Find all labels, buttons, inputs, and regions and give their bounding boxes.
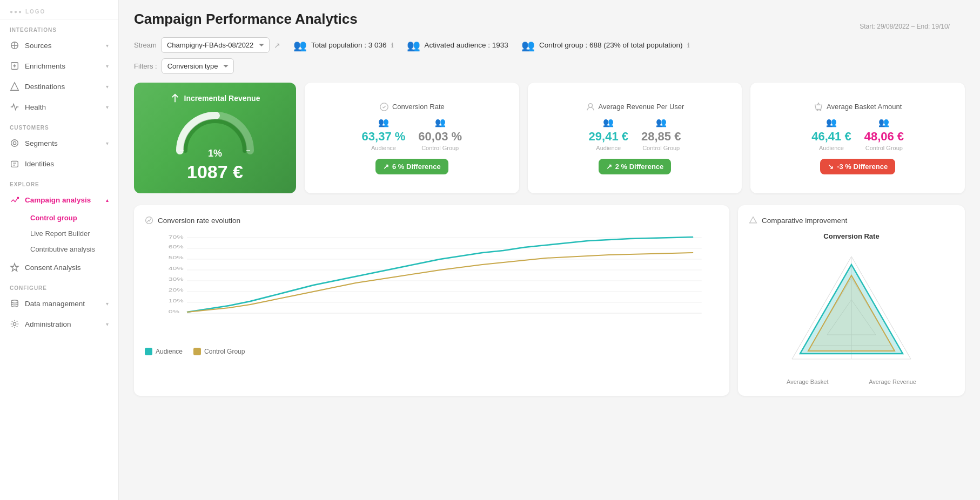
section-configure: CONFIGURE xyxy=(0,278,118,293)
avg-basket-card: Average Basket Amount 👥 46,41 € Audience… xyxy=(750,83,965,193)
revenue-icon xyxy=(170,93,180,103)
incremental-percent: 1% xyxy=(208,148,222,159)
line-chart-legend: Audience Control Group xyxy=(145,348,719,355)
line-chart-title: Conversion rate evolution xyxy=(145,216,719,225)
sidebar-item-identities[interactable]: Identities xyxy=(0,153,118,174)
avg-basket-audience: 46,41 € xyxy=(811,130,851,144)
kpi-row: Incremental Revenue 1% 1087 € Conversio xyxy=(134,83,965,193)
admin-chevron: ▾ xyxy=(106,321,109,327)
radar-title-text: Comparative improvement xyxy=(762,217,847,225)
sidebar-item-segments[interactable]: Segments ▾ xyxy=(0,133,118,153)
main-content: Campaign Performance Analytics Start: 29… xyxy=(119,0,980,500)
health-label: Health xyxy=(25,103,46,111)
total-population-info[interactable]: ℹ xyxy=(391,42,394,49)
control-sublabel: Control Group xyxy=(421,145,459,151)
svg-point-3 xyxy=(13,141,16,144)
top-bar: Campaign Performance Analytics Start: 29… xyxy=(134,11,965,28)
campaign-analysis-label: Campaign analysis xyxy=(25,196,91,204)
sidebar-item-consent[interactable]: Consent Analysis xyxy=(0,257,118,278)
total-population-stat: 👥 Total population : 3 036 ℹ xyxy=(293,39,394,52)
sidebar-item-administration[interactable]: Administration ▾ xyxy=(0,314,118,334)
consent-label: Consent Analysis xyxy=(25,263,81,272)
avg-basket-control-group: 👥 48,06 € Control Group xyxy=(864,117,904,151)
avg-basket-control-icon: 👥 xyxy=(878,117,889,127)
stream-select[interactable]: Champigny-FBAds-08/2022 xyxy=(161,37,270,53)
campaign-chevron: ▴ xyxy=(106,197,109,203)
external-link-icon[interactable]: ↗ xyxy=(274,41,280,50)
radar-metric-title: Conversion Rate xyxy=(823,232,879,240)
health-icon xyxy=(10,102,19,112)
svg-text:50%: 50% xyxy=(169,255,184,261)
sidebar-sub-control-group[interactable]: Control group xyxy=(25,210,118,226)
sidebar-item-campaign-analysis[interactable]: Campaign analysis ▴ xyxy=(0,190,118,210)
sidebar-item-health[interactable]: Health ▾ xyxy=(0,97,118,117)
sidebar-sub-contributive[interactable]: Contributive analysis xyxy=(25,241,118,257)
incremental-revenue-card: Incremental Revenue 1% 1087 € xyxy=(134,83,296,193)
filters-row-2: Filters : Conversion type xyxy=(134,58,965,74)
avg-revenue-title: Average Revenue Per User xyxy=(586,102,684,112)
conversion-audience-group: 👥 63,37 % Audience xyxy=(362,117,406,151)
sources-icon xyxy=(10,40,19,50)
sidebar-sub-live-report[interactable]: Live Report Builder xyxy=(25,226,118,241)
audience-rate: 63,37 % xyxy=(362,130,406,144)
section-customers: CUSTOMERS xyxy=(0,117,118,133)
segments-label: Segments xyxy=(25,139,58,147)
avg-basket-control: 48,06 € xyxy=(864,130,904,144)
basket-icon xyxy=(814,102,823,112)
campaign-submenu: Control group Live Report Builder Contri… xyxy=(0,210,118,257)
svg-text:40%: 40% xyxy=(169,266,184,272)
enrichments-chevron: ▾ xyxy=(106,63,109,69)
svg-point-2 xyxy=(11,140,18,147)
control-group-icon: 👥 xyxy=(521,39,535,52)
conversion-icon xyxy=(379,102,389,112)
svg-text:10%: 10% xyxy=(169,298,184,304)
stream-filter-group: Stream Champigny-FBAds-08/2022 ↗ xyxy=(134,37,280,53)
svg-marker-39 xyxy=(808,275,895,351)
campaign-icon xyxy=(10,195,19,205)
avg-basket-audience-group: 👥 46,41 € Audience xyxy=(811,117,851,151)
incremental-title: Incremental Revenue xyxy=(170,93,260,103)
legend-dot-control xyxy=(193,348,201,355)
avg-basket-diff-text: -3 % Difference xyxy=(837,163,888,171)
audience-sublabel: Audience xyxy=(371,145,396,151)
legend-audience-label: Audience xyxy=(156,348,183,355)
section-integrations: INTEGRATIONS xyxy=(0,19,118,35)
line-chart-svg: 70% 60% 50% 40% 30% 20% 10% 0% xyxy=(145,232,719,340)
conversion-diff-text: 6 % Difference xyxy=(392,163,441,171)
activated-audience-text: Activated audience : 1933 xyxy=(425,41,508,49)
avg-basket-audience-sublabel: Audience xyxy=(819,145,844,151)
up-arrow-icon: ↗ xyxy=(383,163,389,171)
conversion-type-select[interactable]: Conversion type xyxy=(162,58,234,74)
control-icon-a: 👥 xyxy=(435,117,446,127)
sidebar-item-enrichments[interactable]: Enrichments ▾ xyxy=(0,56,118,76)
radar-area: Conversion Rate xyxy=(749,232,954,385)
radar-chart-title: Comparative improvement xyxy=(749,216,954,225)
date-range: Start: 29/08/2022 – End: 19/10/ xyxy=(860,23,950,30)
sidebar-item-data-management[interactable]: Data management ▾ xyxy=(0,293,118,314)
consent-icon xyxy=(10,262,19,272)
svg-point-6 xyxy=(11,300,18,303)
segments-icon xyxy=(10,138,19,148)
revenue-per-user-icon xyxy=(586,102,595,112)
incremental-title-text: Incremental Revenue xyxy=(184,94,260,103)
sidebar: ●●● LOGO INTEGRATIONS Sources ▾ Enrichme… xyxy=(0,0,119,500)
conversion-diff-badge: ↗ 6 % Difference xyxy=(375,159,448,174)
identities-icon xyxy=(10,159,19,168)
avg-rev-control: 28,85 € xyxy=(641,130,681,144)
avg-rev-audience-sublabel: Audience xyxy=(596,145,621,151)
sidebar-item-destinations[interactable]: Destinations ▾ xyxy=(0,76,118,97)
avg-basket-title: Average Basket Amount xyxy=(814,102,902,112)
sidebar-item-sources[interactable]: Sources ▾ xyxy=(0,35,118,56)
svg-text:20%: 20% xyxy=(169,287,184,293)
legend-dot-audience xyxy=(145,348,152,355)
destinations-label: Destinations xyxy=(25,83,65,91)
svg-text:0%: 0% xyxy=(169,309,180,315)
avg-rev-audience-group: 👥 29,41 € Audience xyxy=(589,117,628,151)
control-group-info[interactable]: ℹ xyxy=(687,42,690,49)
avg-basket-audience-icon: 👥 xyxy=(826,117,837,127)
conversion-control-group: 👥 60,03 % Control Group xyxy=(418,117,462,151)
sources-label: Sources xyxy=(25,42,52,50)
conversion-filter-group: Filters : Conversion type xyxy=(134,58,234,74)
avg-rev-diff-badge: ↗ 2 % Difference xyxy=(599,159,672,174)
destinations-chevron: ▾ xyxy=(106,84,109,90)
